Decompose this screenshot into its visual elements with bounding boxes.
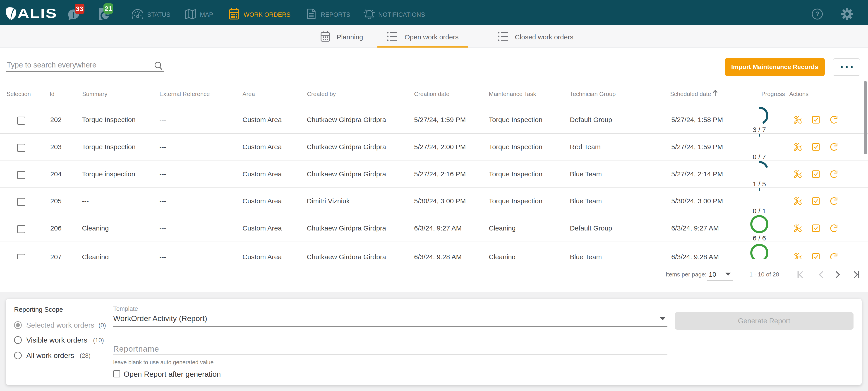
svg-text:?: ?: [815, 10, 819, 18]
svg-text:ALIS: ALIS: [18, 7, 57, 21]
